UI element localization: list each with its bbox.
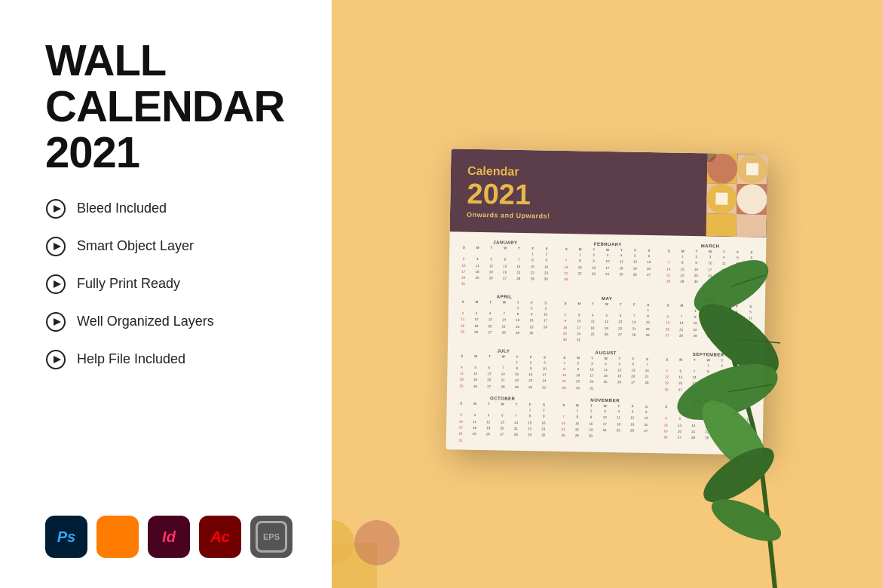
corner-geo-decoration	[332, 498, 422, 588]
month-block-november: NOVEMBERSMTWTFS·123456789101112131415161…	[556, 397, 654, 446]
product-title: WALL CALENDAR 2021	[45, 38, 294, 176]
feature-label: Well Organized Layers	[77, 314, 214, 329]
feature-item-print-ready: Fully Print Ready	[45, 274, 294, 295]
feature-label: Help File Included	[77, 351, 185, 367]
play-circle-icon	[45, 349, 66, 370]
play-circle-icon	[45, 311, 66, 332]
software-icon-ps: Ps	[45, 516, 87, 558]
month-block-august: AUGUSTSMTWTFS123456789101112131415161718…	[557, 349, 654, 393]
software-icon-ai: Ai	[96, 516, 139, 558]
month-block-october: OCTOBERSMTWTFS·····123456789101112131415…	[454, 395, 551, 445]
feature-label: Fully Print Ready	[77, 276, 180, 292]
month-block-july: JULYSMTWTFS····1234567891011121314151617…	[455, 348, 552, 391]
feature-item-help-file: Help File Included	[45, 349, 294, 370]
plant-decoration	[663, 151, 882, 588]
play-circle-icon	[45, 274, 66, 295]
title-section: WALL CALENDAR 2021	[45, 38, 294, 176]
svg-marker-1	[54, 205, 61, 213]
feature-item-bleed: Bleed Included	[45, 198, 294, 219]
feature-label: Smart Object Layer	[77, 238, 194, 254]
features-list: Bleed Included Smart Object Layer Fully …	[45, 198, 294, 370]
software-icon-id: Id	[148, 516, 190, 558]
svg-marker-5	[54, 280, 61, 288]
month-block-january: JANUARYSMTWTFS·····123456789101112131415…	[456, 239, 553, 289]
feature-item-organized: Well Organized Layers	[45, 311, 294, 332]
software-icons-row: PsAiIdAcEPS	[45, 516, 294, 558]
software-icon-eps: EPS	[250, 516, 292, 558]
svg-marker-9	[54, 356, 61, 363]
svg-marker-7	[54, 318, 61, 326]
right-panel: Calendar 2021 Onwards and Upwards!	[332, 0, 882, 588]
month-block-may: MAYSMTWTFS······123456789101112131415161…	[558, 295, 655, 345]
month-block-april: APRILSMTWTFS····123456789101112131415161…	[455, 293, 553, 343]
svg-point-24	[354, 520, 400, 565]
software-icon-ac: Ac	[199, 516, 241, 558]
month-block-february: FEBRUARYSMTWTFS·123456789101112131415161…	[559, 240, 656, 290]
play-circle-icon	[45, 198, 66, 219]
svg-marker-3	[54, 243, 61, 250]
feature-label: Bleed Included	[77, 201, 167, 216]
play-circle-icon	[45, 236, 66, 257]
left-panel: WALL CALENDAR 2021 Bleed Included Smart …	[0, 0, 332, 588]
feature-item-smart-object: Smart Object Layer	[45, 236, 294, 257]
